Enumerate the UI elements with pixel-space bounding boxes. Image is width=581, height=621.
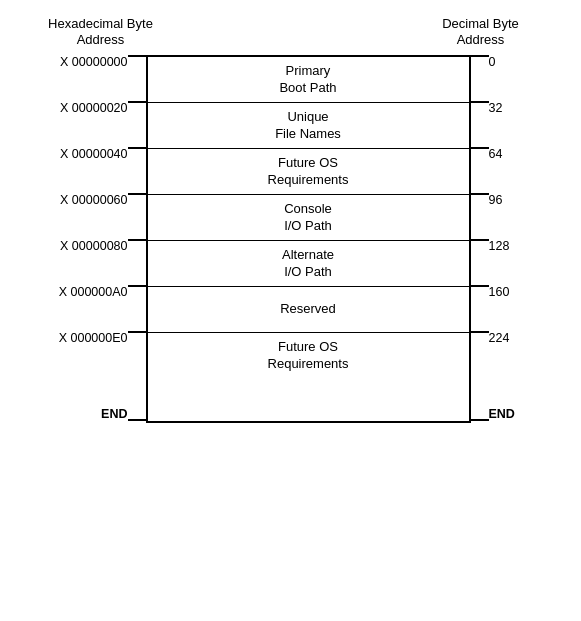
end-right-label: END [489, 407, 515, 421]
column-headers: Hexadecimal ByteAddress Decimal ByteAddr… [31, 16, 551, 50]
hex-label-6: X 000000E0 [59, 331, 128, 345]
hex-label-4: X 00000080 [60, 239, 127, 253]
end-left-label: END [101, 407, 127, 421]
tick-5 [128, 285, 146, 287]
segment-unique-file-names: UniqueFile Names [148, 103, 469, 149]
rtick-1 [471, 101, 489, 103]
tick-4 [128, 239, 146, 241]
tick-0 [128, 55, 146, 57]
memory-map-box: PrimaryBoot Path UniqueFile Names Future… [146, 55, 471, 423]
right-header: Decimal ByteAddress [421, 16, 541, 50]
segment-future-os-req-1: Future OSRequirements [148, 149, 469, 195]
dec-label-0: 0 [489, 55, 496, 69]
tick-1 [128, 101, 146, 103]
segment-console-io-path: ConsoleI/O Path [148, 195, 469, 241]
left-header: Hexadecimal ByteAddress [41, 16, 161, 50]
rtick-5 [471, 285, 489, 287]
rtick-2 [471, 147, 489, 149]
segment-reserved: Reserved [148, 287, 469, 333]
hex-label-5: X 000000A0 [59, 285, 128, 299]
tick-2 [128, 147, 146, 149]
segment-primary-boot-path: PrimaryBoot Path [148, 57, 469, 103]
dec-label-4: 128 [489, 239, 510, 253]
segment-future-os-req-2: Future OSRequirements [148, 333, 469, 379]
rtick-end [471, 419, 489, 421]
dec-label-5: 160 [489, 285, 510, 299]
diagram: Hexadecimal ByteAddress Decimal ByteAddr… [31, 16, 551, 606]
segment-alternate-io-path: AlternateI/O Path [148, 241, 469, 287]
hex-label-3: X 00000060 [60, 193, 127, 207]
dec-label-6: 224 [489, 331, 510, 345]
tick-end [128, 419, 146, 421]
rtick-0 [471, 55, 489, 57]
rtick-6 [471, 331, 489, 333]
tick-6 [128, 331, 146, 333]
hex-label-1: X 00000020 [60, 101, 127, 115]
right-label-column: 0 32 64 96 128 160 [471, 55, 551, 423]
rtick-4 [471, 239, 489, 241]
tick-3 [128, 193, 146, 195]
rtick-3 [471, 193, 489, 195]
dec-label-3: 96 [489, 193, 503, 207]
hex-label-2: X 00000040 [60, 147, 127, 161]
dec-label-2: 64 [489, 147, 503, 161]
dec-label-1: 32 [489, 101, 503, 115]
hex-label-0: X 00000000 [60, 55, 127, 69]
left-label-column: X 00000000 X 00000020 X 00000040 X 00000… [31, 55, 146, 423]
